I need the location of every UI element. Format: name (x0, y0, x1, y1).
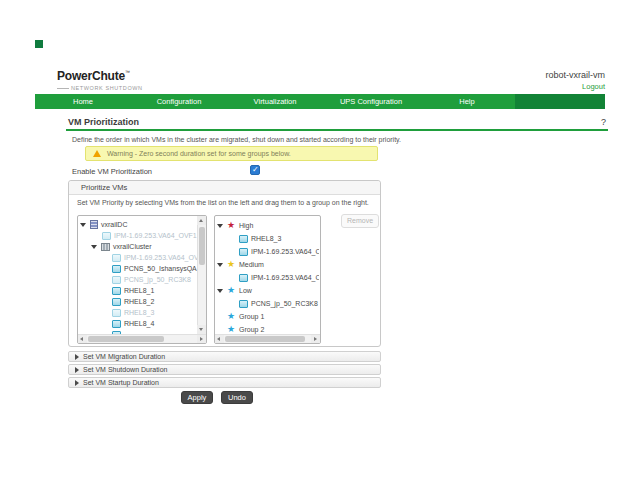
accordion-startup-duration[interactable]: Set VM Startup Duration (68, 377, 381, 388)
tree-node-vm[interactable]: RHEL8_2 (78, 296, 197, 307)
group-node-low[interactable]: Low (215, 284, 319, 297)
scroll-left-icon[interactable] (215, 335, 224, 344)
group-label: Group 2 (239, 326, 264, 333)
enable-vm-prioritization-label: Enable VM Prioritization (72, 167, 152, 176)
group-vm-node[interactable]: PCNS_jp_50_RC3K8 (215, 297, 319, 310)
horizontal-scrollbar[interactable] (215, 334, 320, 343)
logo-title: PowerChute (57, 69, 125, 83)
vm-icon (112, 276, 121, 284)
warning-icon (93, 150, 101, 157)
panel-instruction: Set VM Priority by selecting VMs from th… (77, 199, 373, 207)
group-vm-node[interactable]: IPM-1.69.253.VA64_OVF10_ (215, 271, 319, 284)
tree-node-label: IPM-1.69.253.VA64_OVF1 (114, 232, 197, 239)
nav-item-help[interactable]: Help (419, 94, 515, 109)
vm-icon (239, 235, 248, 243)
tree-node-label: IPM-1.69.253.VA64_OVF10_ (251, 274, 319, 281)
group-node-medium[interactable]: Medium (215, 258, 319, 271)
group-node-high[interactable]: High (215, 219, 319, 232)
logout-link[interactable]: Logout (545, 82, 605, 91)
vm-inventory-tree-area: vxrailDC IPM-1.69.253.VA64_OVF1 vxrailCl… (78, 216, 197, 334)
scroll-left-icon[interactable] (78, 335, 87, 344)
page-title: VM Prioritization (68, 117, 139, 127)
expand-arrow-icon[interactable] (217, 289, 223, 293)
tree-node-label: RHEL8_1 (124, 287, 154, 294)
group-node-group1[interactable]: Group 1 (215, 310, 319, 323)
vertical-scrollbar[interactable] (197, 216, 206, 334)
scroll-up-icon[interactable] (197, 216, 206, 225)
nav-cells: Home Configuration Virtualization UPS Co… (35, 94, 515, 109)
tree-node-vm[interactable]: PCNS_jp_50_RC3K8 (78, 274, 197, 285)
tree-node-vm[interactable]: RHEL8_3 (78, 307, 197, 318)
vertical-scroll-thumb[interactable] (199, 227, 205, 265)
vm-icon (112, 298, 121, 306)
tree-node-label: PCNS_50_IshansysQA (124, 265, 197, 272)
group-label: Group 1 (239, 313, 264, 320)
priority-groups-tree: High RHEL8_3 IPM-1.69.253.VA64_OVF10 Med… (214, 215, 321, 344)
warning-text: Warning - Zero second duration set for s… (107, 150, 291, 157)
group-node-group2[interactable]: Group 2 (215, 323, 319, 334)
tree-node-vm[interactable]: PCNS_50_IshansysQA (78, 263, 197, 274)
main-navbar: Home Configuration Virtualization UPS Co… (35, 94, 605, 109)
powerchute-logo: PowerChute™ NETWORK SHUTDOWN (57, 66, 143, 91)
remove-button[interactable]: Remove (341, 214, 379, 228)
tree-node-label: RHEL8_4 (124, 320, 154, 327)
tree-node-label: IPM-1.69.253.VA64_OVF10 (124, 254, 197, 261)
panel-title: Prioritize VMs (69, 181, 380, 195)
vm-icon (112, 287, 121, 295)
expand-arrow-icon[interactable] (217, 263, 223, 267)
cluster-icon (101, 243, 110, 251)
accordion-label: Set VM Migration Duration (83, 353, 165, 360)
tree-node-datacenter[interactable]: vxrailDC (78, 219, 197, 230)
star-icon (227, 260, 236, 269)
horizontal-scroll-thumb[interactable] (225, 336, 305, 342)
horizontal-scrollbar[interactable] (78, 334, 206, 343)
logo-subtitle: NETWORK SHUTDOWN (71, 85, 143, 91)
accordion-shutdown-duration[interactable]: Set VM Shutdown Duration (68, 364, 381, 375)
logo-dash-line (57, 88, 69, 89)
tree-node-vm[interactable]: RHEL8_1 (78, 285, 197, 296)
trademark-symbol: ™ (125, 69, 130, 75)
scroll-right-icon[interactable] (197, 335, 206, 344)
star-icon (227, 286, 236, 295)
scroll-down-icon[interactable] (197, 325, 206, 334)
accordion-migration-duration[interactable]: Set VM Migration Duration (68, 351, 381, 362)
tree-node-vm[interactable]: RHEL8_4 (78, 318, 197, 329)
nav-item-ups-configuration[interactable]: UPS Configuration (323, 94, 419, 109)
tree-node-vm[interactable]: IPM-1.69.253.VA64_OVF1 (78, 230, 197, 241)
group-label: Medium (239, 261, 264, 268)
tree-node-label: PCNS_jp_50_RC3K8 (251, 300, 318, 307)
tree-node-label: IPM-1.69.253.VA64_OVF10 (251, 248, 319, 255)
star-icon (227, 325, 236, 334)
group-vm-node[interactable]: IPM-1.69.253.VA64_OVF10 (215, 245, 319, 258)
star-icon (227, 312, 236, 321)
scroll-right-icon[interactable] (311, 335, 320, 344)
expand-arrow-icon[interactable] (91, 245, 97, 249)
apply-button[interactable]: Apply (181, 391, 213, 404)
vm-icon (112, 309, 121, 317)
accordion-label: Set VM Shutdown Duration (83, 366, 167, 373)
account-area: robot-vxrail-vm Logout (545, 70, 605, 91)
undo-button[interactable]: Undo (221, 391, 253, 404)
expand-arrow-icon[interactable] (80, 223, 86, 227)
accordion-label: Set VM Startup Duration (83, 379, 159, 386)
warning-banner: Warning - Zero second duration set for s… (85, 146, 378, 161)
hostname-label: robot-vxrail-vm (545, 70, 605, 80)
star-icon (227, 221, 236, 230)
tree-node-cluster[interactable]: vxrailCluster (78, 241, 197, 252)
tree-node-vm[interactable]: IPM-1.69.253.VA64_OVF10 (78, 252, 197, 263)
vm-icon (112, 320, 121, 328)
page-description: Define the order in which VMs in the clu… (72, 136, 401, 143)
horizontal-scroll-thumb[interactable] (88, 336, 164, 342)
vm-icon (239, 300, 248, 308)
nav-item-virtualization[interactable]: Virtualization (227, 94, 323, 109)
tree-node-label: RHEL8_3 (251, 235, 281, 242)
enable-vm-prioritization-checkbox[interactable] (250, 165, 260, 175)
priority-groups-tree-area: High RHEL8_3 IPM-1.69.253.VA64_OVF10 Med… (215, 216, 319, 334)
expand-arrow-icon[interactable] (217, 224, 223, 228)
vm-icon (102, 232, 111, 240)
nav-item-home[interactable]: Home (35, 94, 131, 109)
vm-icon (112, 265, 121, 273)
group-vm-node[interactable]: RHEL8_3 (215, 232, 319, 245)
nav-item-configuration[interactable]: Configuration (131, 94, 227, 109)
help-icon[interactable]: ? (601, 117, 606, 127)
